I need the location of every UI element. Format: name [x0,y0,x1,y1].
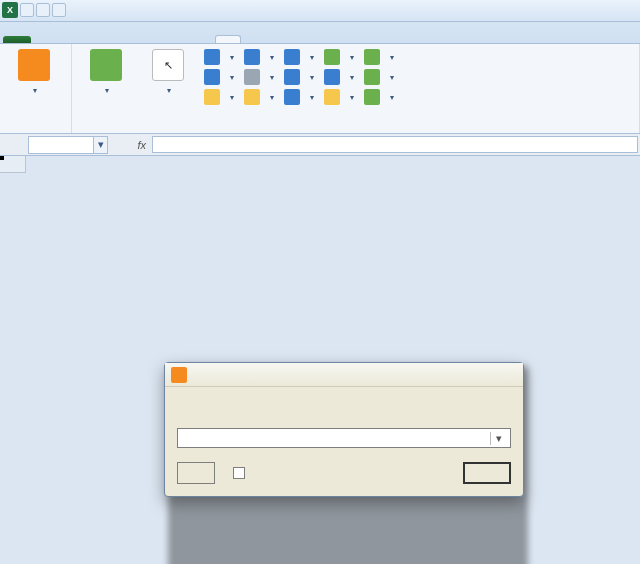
import-menu[interactable]: ▾ [362,48,396,66]
export-menu[interactable]: ▾ [362,68,396,86]
apply-formula-dialog: ▾ [164,362,524,497]
dialog-text-3 [177,405,511,418]
fill-menu[interactable]: ▾ [202,88,236,106]
select-button[interactable]: ↖ ▾ [140,46,196,97]
group-time-saving-tools [78,128,633,133]
qat-undo-icon[interactable] [36,3,50,17]
checkbox-icon [233,467,245,479]
favorite-icon [18,49,50,81]
quick-access-toolbar: X [2,2,66,18]
skip-hidden-checkbox[interactable] [233,467,249,479]
tab-view[interactable] [189,36,213,43]
combo-dropdown-icon[interactable]: ▾ [490,432,506,445]
text-menu[interactable]: ▾ [282,68,316,86]
vision-icon [90,49,122,81]
dialog-title-bar[interactable] [165,363,523,387]
tab-file[interactable] [3,36,31,43]
sheets-icon [204,49,220,65]
tab-insert[interactable] [59,36,83,43]
qat-save-icon[interactable] [20,3,34,17]
vision-control-button[interactable]: ▾ [78,46,134,97]
column-headers[interactable] [26,156,640,173]
tab-page-layout[interactable] [85,36,109,43]
objects-comments-menu[interactable]: ▾ [242,68,276,86]
tab-data[interactable] [137,36,161,43]
ribbon: ▾ ▾ ↖ ▾ ▾ ▾ ▾ ▾ ▾ ▾ [0,44,640,134]
fs-icon [324,89,340,105]
info-icon [324,69,340,85]
start-menu[interactable]: ▾ [362,88,396,106]
ribbon-tabs [0,22,640,44]
formulas-menu[interactable]: ▾ [282,88,316,106]
tab-asap-utilities[interactable] [215,35,241,43]
cols-icon [244,49,260,65]
information-menu[interactable]: ▾ [322,68,356,86]
formula-bar: ▾ fx [0,134,640,156]
file-system-menu[interactable]: ▾ [322,88,356,106]
range-menu[interactable]: ▾ [202,68,236,86]
format-menu[interactable]: ▾ [242,88,276,106]
fill-icon [204,89,220,105]
tab-formulas[interactable] [111,36,135,43]
my-favorite-tools-button[interactable]: ▾ [6,46,62,97]
excel-icon: X [2,2,18,18]
cursor-icon: ↖ [152,49,184,81]
dialog-body [165,387,523,428]
web-menu[interactable]: ▾ [322,48,356,66]
columns-rows-menu[interactable]: ▾ [242,48,276,66]
start-icon [364,89,380,105]
export-icon [364,69,380,85]
asap-icon [171,367,187,383]
numbers-dates-menu[interactable]: ▾ [282,48,316,66]
format-icon [244,89,260,105]
fx-icon [284,89,300,105]
range-icon [204,69,220,85]
formula-input-combo[interactable]: ▾ [177,428,511,448]
tab-review[interactable] [163,36,187,43]
formula-input[interactable] [152,136,638,153]
close-button[interactable] [177,462,215,484]
group-favorites [6,128,65,133]
fx-label[interactable]: fx [137,139,146,151]
obj-icon [244,69,260,85]
qat-redo-icon[interactable] [52,3,66,17]
name-box-dropdown[interactable]: ▾ [94,136,108,154]
web-icon [324,49,340,65]
ok-button[interactable] [463,462,511,484]
import-icon [364,49,380,65]
worksheet[interactable]: ▾ [0,156,640,564]
tab-home[interactable] [33,36,57,43]
name-box[interactable] [28,136,94,154]
text-icon [284,69,300,85]
num-icon [284,49,300,65]
select-all-corner[interactable] [0,156,26,173]
sheets-menu[interactable]: ▾ [202,48,236,66]
title-bar: X [0,0,640,22]
